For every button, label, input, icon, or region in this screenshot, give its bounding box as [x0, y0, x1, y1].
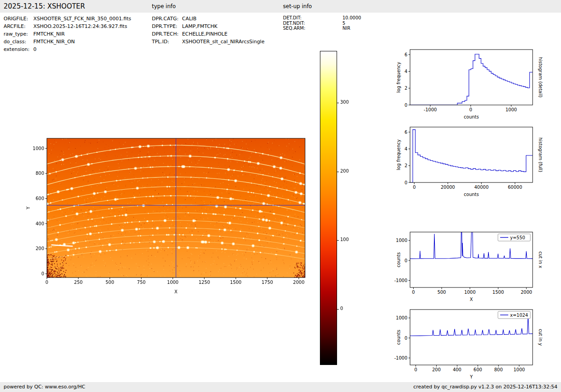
x-tick-label: 1000	[506, 107, 517, 112]
x-tick-label: 1250	[199, 280, 210, 285]
field-label: raw_type:	[4, 30, 33, 38]
x-tick-label: 2000	[520, 290, 532, 295]
y-tick-label: 400	[36, 221, 44, 226]
y-tick-label: 6	[405, 130, 407, 135]
y-tick-label: 0	[41, 271, 44, 276]
colorbar-tick-label: 0	[340, 306, 343, 311]
info-row: ORIGFILE:XSHOOTER_SLT_FCK_NIR_350_0001.f…	[4, 15, 131, 23]
y-axis-label: log frequency	[396, 139, 401, 170]
x-tick-label: 2000	[293, 280, 304, 285]
field-value: 5	[342, 21, 345, 26]
detector-axes: 0250500750100012501500175020000200400600…	[23, 128, 334, 297]
cut-in-x-plot: 0500100015002000-100001000Xcountscut in …	[387, 225, 560, 311]
x-tick-label: 0	[46, 280, 48, 285]
info-row: extension:0	[4, 46, 131, 53]
info-row: DET.DIT:10.0000	[283, 15, 361, 21]
x-tick-label: 600	[474, 367, 482, 372]
histogram-detail-plot: -1000010000246countslog frequencyhistogr…	[387, 43, 560, 128]
x-tick-label: 1500	[230, 280, 242, 285]
y-tick-label: 1000	[33, 146, 44, 151]
field-label: DPR.CATG:	[152, 15, 182, 23]
y-tick-label: 0	[405, 103, 407, 108]
field-label: ARCFILE:	[4, 23, 33, 30]
info-row: DPR.TYPE:LAMP,FMTCHK	[152, 23, 265, 30]
x-tick-label: 1000	[513, 367, 525, 372]
field-label: DPR.TYPE:	[152, 23, 182, 30]
x-tick-label: 200	[432, 367, 441, 372]
y-tick-label: 0	[405, 180, 407, 185]
x-axis-label: counts	[464, 114, 479, 119]
histogram-full-plot: 02000040000600000246countslog frequencyh…	[387, 120, 560, 206]
field-value: XSHOO.2025-12-16T12:24:36.927.fits	[33, 23, 127, 30]
y-axis-label: counts	[396, 330, 401, 345]
y-tick-label: 1000	[396, 315, 407, 320]
right-axis-label: cut in x	[538, 251, 543, 268]
right-axis-label: cut in y	[538, 329, 543, 346]
x-axis-label: counts	[464, 192, 479, 197]
x-tick-label: 250	[74, 280, 82, 285]
field-value: XSHOOTER_SLT_FCK_NIR_350_0001.fits	[33, 15, 131, 23]
colorbar-tick	[337, 172, 339, 172]
field-label: do_class:	[4, 38, 33, 46]
footer-right-text: created by qc_rawdisp.py v1.2.3 on 2025-…	[413, 384, 557, 390]
x-tick-label: 20000	[441, 185, 455, 190]
info-row: TPL.ID:XSHOOTER_slt_cal_NIRArcsSingle	[152, 38, 265, 46]
right-axis-label: histogram (detail)	[538, 57, 543, 98]
info-row: DPR.TECH:ECHELLE,PINHOLE	[152, 30, 265, 38]
colorbar-tick	[337, 103, 339, 103]
field-value: NIR	[342, 26, 350, 31]
colorbar-tick	[337, 240, 339, 241]
field-value: FMTCHK_NIR_ON	[33, 38, 75, 46]
y-axis-label: Y	[26, 206, 31, 210]
footer-left-text[interactable]: powered by QC: www.eso.org/HC	[4, 384, 85, 390]
field-value: XSHOOTER_slt_cal_NIRArcsSingle	[182, 38, 265, 46]
y-tick-label: 800	[36, 171, 44, 176]
field-value: ECHELLE,PINHOLE	[182, 30, 228, 38]
field-value: 10.0000	[342, 15, 361, 21]
y-axis-label: counts	[396, 252, 401, 267]
qc-report-page: 2025-12-15: XSHOOTER type info set-up in…	[0, 0, 561, 392]
field-value: 0	[33, 46, 36, 53]
y-tick-label: 4	[405, 146, 407, 151]
y-tick-label: -1000	[394, 356, 407, 360]
y-tick-label: 6	[405, 52, 407, 57]
y-axis-label: log frequency	[396, 62, 401, 93]
setup-info-heading: set-up info	[283, 3, 312, 9]
info-row: do_class:FMTCHK_NIR_ON	[4, 38, 131, 46]
x-tick-label: 0	[412, 290, 415, 295]
x-tick-label: 40000	[474, 185, 488, 190]
x-tick-label: 1750	[261, 280, 273, 285]
header-bar: 2025-12-15: XSHOOTER type info set-up in…	[0, 0, 561, 13]
field-label: SEQ.ARM:	[283, 26, 342, 31]
info-row: SEQ.ARM:NIR	[283, 26, 361, 31]
field-label: DPR.TECH:	[152, 30, 182, 38]
y-tick-label: 200	[36, 246, 44, 251]
x-tick-label: 1000	[464, 290, 475, 295]
x-tick-label: 60000	[508, 185, 522, 190]
field-label: TPL.ID:	[152, 38, 182, 46]
field-label: DET.NDIT:	[283, 21, 342, 26]
x-tick-label: 750	[137, 280, 146, 285]
y-tick-label: -1000	[394, 278, 407, 283]
colorbar-tick-label: 200	[340, 169, 349, 173]
field-value: CALIB	[182, 15, 196, 23]
x-tick-label: 1000	[167, 280, 178, 285]
info-row: ARCFILE:XSHOO.2025-12-16T12:24:36.927.fi…	[4, 23, 131, 30]
colorbar	[320, 51, 337, 365]
field-value: FMTCHK_NIR	[33, 30, 65, 38]
field-label: ORIGFILE:	[4, 15, 33, 23]
x-tick-label: 500	[438, 290, 446, 295]
field-value: LAMP,FMTCHK	[182, 23, 218, 30]
y-tick-label: 0	[405, 336, 407, 341]
x-axis-label: Y	[470, 374, 473, 379]
colorbar-tick	[337, 309, 339, 310]
y-tick-label: 1000	[396, 238, 407, 243]
y-tick-label: 4	[405, 69, 407, 74]
setup-info-block: DET.DIT:10.0000 DET.NDIT:5 SEQ.ARM:NIR	[283, 15, 361, 31]
type-info-block: DPR.CATG:CALIB DPR.TYPE:LAMP,FMTCHK DPR.…	[152, 15, 265, 46]
field-label: DET.DIT:	[283, 15, 342, 21]
x-tick-label: 500	[105, 280, 114, 285]
x-tick-label: 0	[414, 367, 417, 372]
page-title: 2025-12-15: XSHOOTER	[4, 2, 85, 10]
file-info-block: ORIGFILE:XSHOOTER_SLT_FCK_NIR_350_0001.f…	[4, 15, 131, 53]
